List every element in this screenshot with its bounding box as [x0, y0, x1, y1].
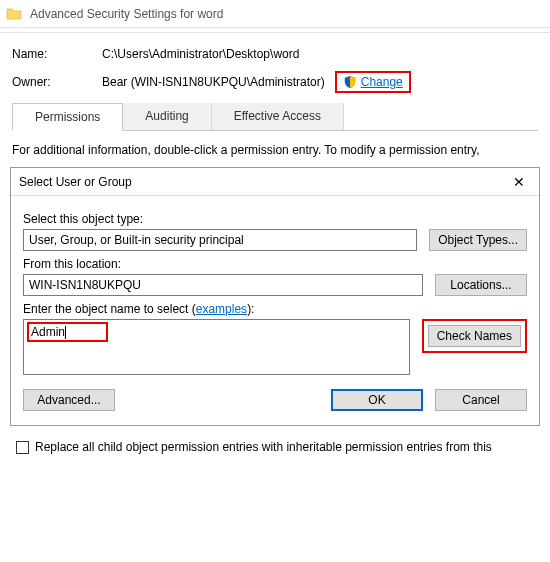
owner-row: Owner: Bear (WIN-ISN1N8UKPQU\Administrat… [12, 71, 538, 93]
change-owner-link[interactable]: Change [361, 75, 403, 89]
shield-icon [343, 75, 357, 89]
object-type-label: Select this object type: [23, 212, 527, 226]
close-button[interactable]: ✕ [507, 172, 531, 192]
replace-child-label: Replace all child object permission entr… [35, 440, 492, 454]
owner-value: Bear (WIN-ISN1N8UKPQU\Administrator) [102, 75, 325, 89]
location-field: WIN-ISN1N8UKPQU [23, 274, 423, 296]
object-name-input[interactable]: Admin [23, 319, 410, 375]
window-titlebar: Advanced Security Settings for word [0, 0, 550, 28]
text-caret [65, 326, 66, 339]
main-panel: Name: C:\Users\Administrator\Desktop\wor… [0, 32, 550, 167]
dialog-titlebar: Select User or Group ✕ [11, 168, 539, 196]
name-label: Name: [12, 47, 102, 61]
tab-auditing[interactable]: Auditing [123, 103, 211, 130]
owner-label: Owner: [12, 75, 102, 89]
replace-child-checkbox[interactable] [16, 441, 29, 454]
change-owner-highlight: Change [335, 71, 411, 93]
object-types-button[interactable]: Object Types... [429, 229, 527, 251]
dialog-title: Select User or Group [19, 175, 132, 189]
folder-icon [6, 6, 22, 22]
select-user-dialog: Select User or Group ✕ Select this objec… [10, 167, 540, 426]
ok-button[interactable]: OK [331, 389, 423, 411]
advanced-button[interactable]: Advanced... [23, 389, 115, 411]
object-type-field: User, Group, or Built-in security princi… [23, 229, 417, 251]
locations-button[interactable]: Locations... [435, 274, 527, 296]
object-name-value: Admin [27, 322, 108, 342]
cancel-button[interactable]: Cancel [435, 389, 527, 411]
name-row: Name: C:\Users\Administrator\Desktop\wor… [12, 47, 538, 61]
replace-child-row: Replace all child object permission entr… [0, 426, 550, 454]
examples-link[interactable]: examples [196, 302, 247, 316]
check-names-button[interactable]: Check Names [428, 325, 521, 347]
hint-text: For additional information, double-click… [12, 131, 538, 167]
window-title: Advanced Security Settings for word [30, 7, 223, 21]
name-value: C:\Users\Administrator\Desktop\word [102, 47, 299, 61]
tab-strip: Permissions Auditing Effective Access [12, 103, 538, 131]
tab-permissions[interactable]: Permissions [12, 103, 123, 131]
check-names-highlight: Check Names [422, 319, 527, 353]
object-name-label: Enter the object name to select (example… [23, 302, 527, 316]
tab-effective-access[interactable]: Effective Access [212, 103, 344, 130]
location-label: From this location: [23, 257, 527, 271]
